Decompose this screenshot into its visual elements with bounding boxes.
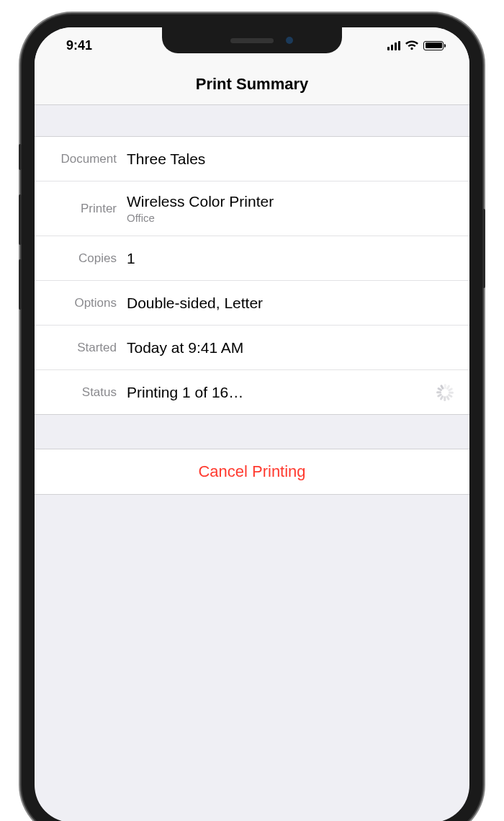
value-document: Three Tales [127,151,456,168]
phone-screen: 9:41 Print Summary Document Three Tales [35,27,469,821]
printer-location: Office [127,212,456,224]
page-title: Print Summary [196,75,309,94]
volume-up-button [19,194,22,245]
phone-frame: 9:41 Print Summary Document Three Tales [22,14,482,821]
value-printer: Wireless Color Printer Office [127,193,456,224]
row-document: Document Three Tales [35,137,469,181]
mute-switch [19,144,22,170]
row-printer: Printer Wireless Color Printer Office [35,181,469,236]
nav-header: Print Summary [35,63,469,105]
speaker-grille [230,38,274,43]
summary-list: Document Three Tales Printer Wireless Co… [35,137,469,415]
cancel-printing-button[interactable]: Cancel Printing [35,449,469,495]
spinner-icon [436,384,454,401]
value-copies: 1 [127,250,456,267]
value-started: Today at 9:41 AM [127,339,456,356]
value-status: Printing 1 of 16… [127,384,436,401]
label-document: Document [35,152,127,166]
row-status: Status Printing 1 of 16… [35,370,469,415]
volume-down-button [19,259,22,310]
notch [162,27,342,53]
row-copies: Copies 1 [35,236,469,281]
battery-icon [423,41,444,50]
cancel-label: Cancel Printing [198,462,305,480]
row-started: Started Today at 9:41 AM [35,326,469,370]
label-status: Status [35,385,127,400]
front-camera [286,37,293,44]
label-copies: Copies [35,251,127,266]
status-time: 9:41 [58,38,92,53]
value-options: Double-sided, Letter [127,295,456,312]
label-options: Options [35,296,127,310]
status-indicators [387,40,447,50]
side-button [482,209,485,288]
section-spacer [35,415,469,449]
label-printer: Printer [35,202,127,216]
printer-name: Wireless Color Printer [127,193,274,210]
section-spacer [35,105,469,137]
cellular-signal-icon [387,41,401,50]
row-options: Options Double-sided, Letter [35,281,469,326]
wifi-icon [405,40,419,50]
label-started: Started [35,341,127,355]
